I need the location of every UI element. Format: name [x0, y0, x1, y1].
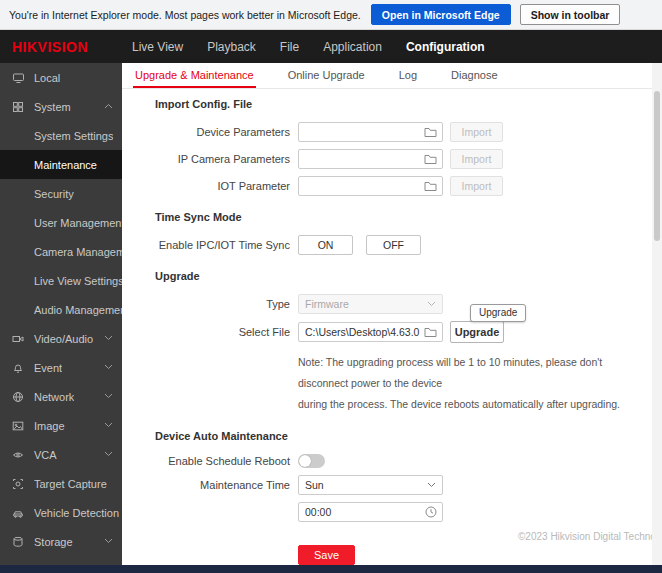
sidebar-item-system[interactable]: System [0, 92, 122, 121]
folder-icon[interactable] [424, 154, 437, 165]
ip-camera-parameters-input[interactable] [298, 149, 443, 169]
field-label: IOT Parameter [155, 180, 290, 192]
upgrade-button[interactable]: Upgrade [450, 321, 504, 343]
target-icon [12, 478, 26, 490]
app-header: HIKVISION Live View Playback File Applic… [0, 30, 662, 63]
sidebar-item-camera-management[interactable]: Camera Management [0, 237, 122, 266]
time-sync-off-button[interactable]: OFF [366, 235, 421, 255]
time-sync-row: Enable IPC/IOT Time Sync ON OFF [155, 235, 652, 255]
import-button[interactable]: Import [450, 149, 503, 169]
upgrade-note-line1: Note: The upgrading process will be 1 to… [298, 352, 652, 394]
field-label: Type [155, 298, 290, 310]
sidebar-item-event[interactable]: Event [0, 353, 122, 382]
nav-playback[interactable]: Playback [205, 40, 258, 54]
globe-icon [12, 391, 26, 403]
iot-parameter-text-field[interactable] [305, 180, 420, 192]
folder-icon[interactable] [424, 127, 437, 138]
sidebar-item-video-audio[interactable]: Video/Audio [0, 324, 122, 353]
hikvision-logo: HIKVISION [12, 39, 130, 55]
ip-camera-parameters-row: IP Camera Parameters Import [155, 149, 652, 169]
field-label: IP Camera Parameters [155, 153, 290, 165]
section-title-upgrade: Upgrade [155, 270, 652, 282]
sidebar-item-audio-management[interactable]: Audio Management [0, 295, 122, 324]
tab-log[interactable]: Log [397, 63, 419, 88]
nav-file[interactable]: File [278, 40, 301, 54]
clock-icon[interactable] [425, 506, 437, 518]
system-icon [12, 101, 26, 113]
schedule-reboot-toggle[interactable] [298, 454, 325, 468]
upgrade-type-row: Type Firmware [155, 294, 652, 314]
camera-icon [12, 333, 26, 345]
time-sync-on-button[interactable]: ON [298, 235, 353, 255]
storage-icon [12, 536, 26, 548]
chevron-down-icon [104, 538, 113, 544]
upgrade-note-line2: during the process. The device reboots a… [298, 394, 652, 415]
ie-mode-banner: You're in Internet Explorer mode. Most p… [0, 0, 662, 30]
sidebar-item-live-view-settings[interactable]: Live View Settings [0, 266, 122, 295]
config-sidebar: Local System System Settings Maintenance… [0, 63, 122, 565]
chevron-down-icon [104, 393, 113, 399]
config-tabs: Upgrade & Maintenance Online Upgrade Log… [122, 63, 652, 89]
open-in-edge-button[interactable]: Open in Microsoft Edge [371, 4, 511, 25]
device-parameters-input[interactable] [298, 122, 443, 142]
maintenance-time-text-field[interactable] [305, 506, 421, 518]
select-file-input[interactable] [298, 322, 443, 342]
sidebar-item-storage[interactable]: Storage [0, 527, 122, 556]
maintenance-day-value: Sun [305, 479, 324, 491]
chevron-down-icon [104, 422, 113, 428]
tab-upgrade-maintenance[interactable]: Upgrade & Maintenance [133, 63, 256, 88]
import-button[interactable]: Import [450, 176, 503, 196]
monitor-icon [12, 72, 26, 84]
nav-configuration[interactable]: Configuration [404, 40, 487, 54]
upgrade-type-value: Firmware [305, 298, 349, 310]
upgrade-type-select[interactable]: Firmware [298, 294, 443, 314]
sidebar-item-vca[interactable]: VCA [0, 440, 122, 469]
section-title-import-config: Import Config. File [155, 98, 652, 110]
taskbar-strip [0, 565, 662, 573]
chevron-down-icon [104, 335, 113, 341]
section-title-time-sync: Time Sync Mode [155, 211, 652, 223]
vertical-scrollbar[interactable] [652, 63, 662, 565]
chevron-down-icon [427, 301, 436, 307]
sidebar-item-vehicle-detection[interactable]: Vehicle Detection [0, 498, 122, 527]
sidebar-item-maintenance[interactable]: Maintenance [0, 150, 122, 179]
folder-icon[interactable] [424, 327, 437, 338]
picture-icon [12, 420, 26, 432]
nav-live-view[interactable]: Live View [130, 40, 185, 54]
folder-icon[interactable] [424, 181, 437, 192]
field-label: Enable IPC/IOT Time Sync [155, 239, 290, 251]
maintenance-day-select[interactable]: Sun [298, 475, 443, 495]
sidebar-item-system-settings[interactable]: System Settings [0, 121, 122, 150]
save-button[interactable]: Save [298, 545, 355, 565]
maintenance-time-input[interactable] [298, 502, 443, 522]
show-in-toolbar-button[interactable]: Show in toolbar [520, 4, 621, 25]
device-parameters-text-field[interactable] [305, 126, 420, 138]
ip-camera-parameters-text-field[interactable] [305, 153, 420, 165]
maintenance-time-row: Maintenance Time Sun [155, 475, 652, 495]
select-file-row: Select File Upgrade Upgrade [155, 321, 652, 343]
tab-diagnose[interactable]: Diagnose [449, 63, 499, 88]
chevron-down-icon [427, 482, 436, 488]
sidebar-item-security[interactable]: Security [0, 179, 122, 208]
field-label: Enable Schedule Reboot [155, 455, 290, 467]
import-button[interactable]: Import [450, 122, 503, 142]
iot-parameter-input[interactable] [298, 176, 443, 196]
toggle-knob [299, 455, 311, 467]
scrollbar-thumb[interactable] [654, 91, 660, 241]
copyright-text: ©2023 Hikvision Digital Technology Co., … [518, 531, 662, 542]
chevron-down-icon [104, 364, 113, 370]
sidebar-item-local[interactable]: Local [0, 63, 122, 92]
iot-parameter-row: IOT Parameter Import [155, 176, 652, 196]
main-nav: Live View Playback File Application Conf… [130, 40, 487, 54]
field-label: Device Parameters [155, 126, 290, 138]
upgrade-note: Note: The upgrading process will be 1 to… [298, 352, 652, 415]
maintenance-clock-row [155, 502, 652, 522]
sidebar-item-network[interactable]: Network [0, 382, 122, 411]
sidebar-item-target-capture[interactable]: Target Capture [0, 469, 122, 498]
tab-online-upgrade[interactable]: Online Upgrade [286, 63, 367, 88]
nav-application[interactable]: Application [321, 40, 384, 54]
sidebar-item-user-management[interactable]: User Management [0, 208, 122, 237]
select-file-text-field[interactable] [305, 326, 420, 338]
field-label: Select File [155, 326, 290, 338]
sidebar-item-image[interactable]: Image [0, 411, 122, 440]
